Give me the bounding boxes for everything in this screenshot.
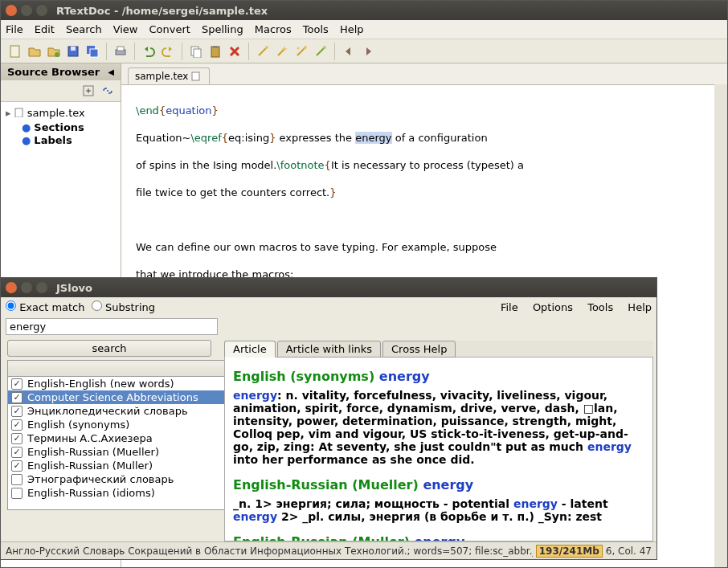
tab-article-links[interactable]: Article with links xyxy=(277,341,381,358)
back-icon[interactable] xyxy=(342,44,356,59)
save-all-icon[interactable] xyxy=(85,44,100,59)
dict-item-label: English-Russian (idioms) xyxy=(27,487,155,499)
dict-name-muller: English-Russian (Muller) xyxy=(233,534,415,541)
tree-item-labels[interactable]: ●Labels xyxy=(6,134,116,146)
svg-point-1 xyxy=(55,52,59,57)
menu-tools[interactable]: Tools xyxy=(303,23,329,35)
svg-rect-18 xyxy=(192,72,199,80)
jslovo-menu-options[interactable]: Options xyxy=(533,301,573,313)
jslovo-menu-tools[interactable]: Tools xyxy=(587,301,613,313)
print-icon[interactable] xyxy=(113,44,128,59)
window-title: RTextDoc - /home/sergei/sample.tex xyxy=(56,5,268,17)
new-doc-icon[interactable] xyxy=(8,44,22,59)
main-titlebar: RTextDoc - /home/sergei/sample.tex xyxy=(1,1,727,20)
paste-icon[interactable] xyxy=(208,44,223,59)
wand4-icon[interactable] xyxy=(313,44,328,59)
dict-item-label: Computer Science Abbreviations xyxy=(27,391,198,403)
tree-file-name[interactable]: sample.tex xyxy=(27,107,85,119)
file-icon xyxy=(191,72,201,81)
svg-rect-0 xyxy=(10,46,19,57)
svg-rect-9 xyxy=(194,49,201,58)
dict-item-label: Энциклопедический словарь xyxy=(27,405,188,417)
main-menubar: File Edit Search View Convert Spelling M… xyxy=(1,20,727,39)
forward-icon[interactable] xyxy=(361,44,375,59)
svg-point-15 xyxy=(323,46,326,49)
exact-match-radio[interactable]: Exact match xyxy=(6,300,85,313)
jslovo-titlebar: JSlovo xyxy=(1,278,656,297)
editor-scrollbar[interactable] xyxy=(714,84,727,567)
cross-link[interactable]: energy xyxy=(587,440,632,453)
undo-icon[interactable] xyxy=(141,44,156,59)
redo-icon[interactable] xyxy=(161,44,175,59)
dict-name-synonyms: English (synonyms) xyxy=(233,369,379,384)
jslovo-menu-help[interactable]: Help xyxy=(628,301,652,313)
sidebar-title: Source Browser xyxy=(7,66,100,78)
checkbox-icon[interactable]: ✓ xyxy=(11,433,22,444)
tab-article[interactable]: Article xyxy=(224,341,276,358)
menu-spelling[interactable]: Spelling xyxy=(202,23,243,35)
checkbox-icon[interactable]: ✓ xyxy=(11,392,22,403)
svg-point-14 xyxy=(304,46,307,49)
menu-macros[interactable]: Macros xyxy=(255,23,292,35)
substring-radio[interactable]: Substring xyxy=(92,300,155,313)
editor-tab[interactable]: sample.tex xyxy=(128,67,210,84)
jslovo-statusbar: Англо-Русский Словарь Сокращений в Облас… xyxy=(1,541,656,559)
copy-icon[interactable] xyxy=(189,44,203,59)
tree-expand-icon[interactable] xyxy=(81,84,96,98)
tree-item-sections[interactable]: ●Sections xyxy=(6,121,116,133)
sidebar-header: Source Browser ◀ xyxy=(1,63,121,80)
dict-name-mueller: English-Russian (Mueller) xyxy=(233,477,423,492)
checkbox-icon[interactable]: ✓ xyxy=(11,406,22,417)
menu-help[interactable]: Help xyxy=(340,23,364,35)
wand2-icon[interactable] xyxy=(275,44,289,59)
editor-tab-label: sample.tex xyxy=(135,71,188,82)
article-pane[interactable]: English (synonyms) energy energy: n. vit… xyxy=(224,358,653,541)
close-icon[interactable] xyxy=(6,282,17,293)
menu-edit[interactable]: Edit xyxy=(35,23,55,35)
wand3-icon[interactable] xyxy=(294,44,309,59)
tab-cross-help[interactable]: Cross Help xyxy=(382,341,456,358)
checkbox-icon[interactable] xyxy=(11,488,22,499)
svg-rect-7 xyxy=(117,47,124,51)
search-button[interactable]: search xyxy=(7,340,211,357)
wand1-icon[interactable] xyxy=(256,44,270,59)
open-icon[interactable] xyxy=(27,44,42,59)
checkbox-icon[interactable]: ✓ xyxy=(11,378,22,390)
minimize-icon[interactable] xyxy=(21,282,32,293)
checkbox-icon[interactable]: ✓ xyxy=(11,419,22,431)
checkbox-icon[interactable]: ✓ xyxy=(11,460,22,472)
memory-indicator: 193/241Mb xyxy=(536,545,603,558)
dict-item-label: English-English (new words) xyxy=(27,378,174,390)
close-icon[interactable] xyxy=(6,5,17,16)
maximize-icon[interactable] xyxy=(36,282,47,293)
dict-item-label: Термины А.С.Ахиезера xyxy=(27,432,153,444)
dict-item-label: English (synonyms) xyxy=(27,419,129,431)
checkbox-icon[interactable] xyxy=(11,474,22,485)
jslovo-menu-file[interactable]: File xyxy=(501,301,518,313)
maximize-icon[interactable] xyxy=(36,5,47,16)
checkbox-icon[interactable]: ✓ xyxy=(11,447,22,458)
cursor-position: 6, Col. 47 xyxy=(606,546,652,557)
menu-file[interactable]: File xyxy=(6,23,23,35)
menu-convert[interactable]: Convert xyxy=(149,23,190,35)
dict-item-label: English-Russian (Mueller) xyxy=(27,446,159,458)
delete-icon[interactable] xyxy=(227,44,242,59)
tree-url-icon[interactable] xyxy=(100,84,115,98)
jslovo-window: JSlovo Exact match Substring File Option… xyxy=(0,277,657,560)
menu-search[interactable]: Search xyxy=(66,23,102,35)
save-icon[interactable] xyxy=(66,44,80,59)
svg-point-12 xyxy=(265,46,268,49)
headword: energy xyxy=(379,369,430,384)
definition-headword: energy xyxy=(233,389,277,402)
menu-view[interactable]: View xyxy=(113,23,138,35)
svg-rect-3 xyxy=(71,47,76,51)
recent-icon[interactable] xyxy=(47,44,61,59)
svg-rect-5 xyxy=(90,49,98,57)
jslovo-title: JSlovo xyxy=(56,282,92,294)
status-text: Англо-Русский Словарь Сокращений в Облас… xyxy=(6,546,533,557)
search-input[interactable] xyxy=(6,318,218,335)
minimize-icon[interactable] xyxy=(21,5,32,16)
sidebar-collapse-icon[interactable]: ◀ xyxy=(108,67,114,76)
main-toolbar xyxy=(1,39,727,63)
svg-rect-11 xyxy=(213,46,218,48)
